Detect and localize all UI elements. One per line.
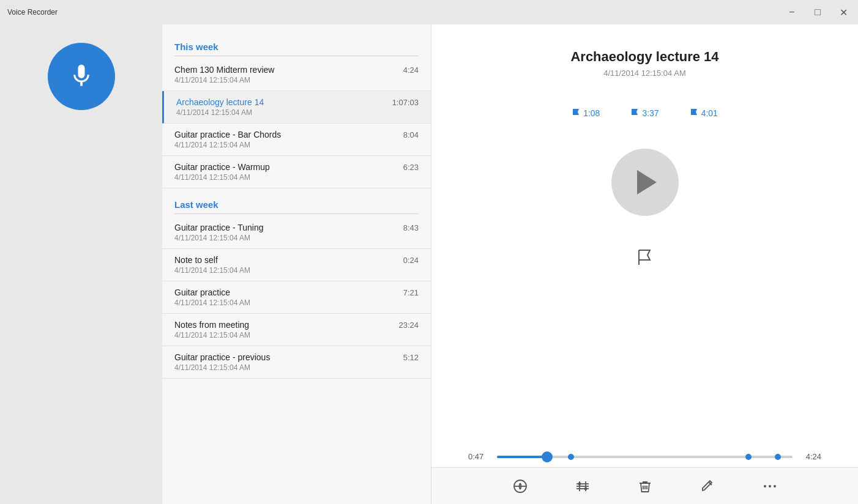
recording-date: 4/11/2014 12:15:04 AM <box>174 363 419 372</box>
recording-title: Guitar practice - Warmup <box>174 162 270 172</box>
flag-icon <box>572 108 580 118</box>
delete-icon <box>637 478 653 494</box>
recording-duration: 8:43 <box>403 223 419 232</box>
recording-title: Guitar practice - Tuning <box>174 223 264 232</box>
section-heading-1: Last week <box>162 188 431 213</box>
recording-item[interactable]: Notes from meeting23:244/11/2014 12:15:0… <box>162 314 431 346</box>
player-title: Archaeology lecture 14 <box>570 49 718 65</box>
marker-item-2[interactable]: 4:01 <box>690 108 718 118</box>
recording-item[interactable]: Chem 130 Midterm review4:244/11/2014 12:… <box>162 59 431 91</box>
progress-fill <box>497 456 547 458</box>
recordings-panel: This weekChem 130 Midterm review4:244/11… <box>162 24 431 504</box>
add-marker-button[interactable] <box>634 246 656 269</box>
recording-date: 4/11/2014 12:15:04 AM <box>174 76 419 84</box>
recording-duration: 5:12 <box>403 353 419 362</box>
recording-duration: 8:04 <box>403 130 419 139</box>
recording-item[interactable]: Archaeology lecture 141:07:034/11/2014 1… <box>162 91 431 124</box>
recording-item[interactable]: Guitar practice - Tuning8:434/11/2014 12… <box>162 217 431 249</box>
recording-date: 4/11/2014 12:15:04 AM <box>174 331 419 339</box>
flag-icon <box>690 108 698 118</box>
flag-icon <box>630 108 639 118</box>
marker-time: 4:01 <box>701 108 718 118</box>
trim-button[interactable] <box>570 473 595 499</box>
section-divider-0 <box>174 56 419 56</box>
recording-duration: 4:24 <box>403 65 419 75</box>
app-title: Voice Recorder <box>7 8 58 17</box>
recording-title: Guitar practice <box>174 287 230 297</box>
progress-marker-dot <box>775 454 781 460</box>
recordings-list: This weekChem 130 Midterm review4:244/11… <box>162 24 431 504</box>
recording-item[interactable]: Guitar practice - previous5:124/11/2014 … <box>162 346 431 379</box>
title-bar: Voice Recorder − □ ✕ <box>0 0 858 24</box>
progress-marker-dot <box>568 454 574 460</box>
recording-item[interactable]: Guitar practice - Bar Chords8:044/11/201… <box>162 124 431 156</box>
progress-thumb[interactable] <box>542 451 553 462</box>
recording-date: 4/11/2014 12:15:04 AM <box>174 234 419 242</box>
recording-date: 4/11/2014 12:15:04 AM <box>174 141 419 149</box>
recording-title: Chem 130 Midterm review <box>174 65 274 75</box>
close-button[interactable]: ✕ <box>836 5 851 20</box>
markers-row: 1:083:374:01 <box>572 108 718 118</box>
share-icon <box>512 478 528 494</box>
recording-duration: 23:24 <box>398 321 419 330</box>
player-toolbar <box>431 467 858 504</box>
recording-title: Notes from meeting <box>174 320 249 330</box>
svg-point-15 <box>769 485 771 487</box>
current-time: 0:47 <box>468 452 490 461</box>
share-button[interactable] <box>507 473 533 499</box>
edit-icon <box>699 478 715 494</box>
add-marker-icon <box>634 246 656 269</box>
section-heading-0: This week <box>162 31 431 56</box>
recording-duration: 1:07:03 <box>392 98 419 107</box>
recording-date: 4/11/2014 12:15:04 AM <box>174 266 419 275</box>
recording-duration: 6:23 <box>403 163 419 172</box>
recording-date: 4/11/2014 12:15:04 AM <box>174 173 419 182</box>
recording-item[interactable]: Guitar practice7:214/11/2014 12:15:04 AM <box>162 281 431 314</box>
app-body: This weekChem 130 Midterm review4:244/11… <box>0 24 858 504</box>
edit-button[interactable] <box>695 473 720 499</box>
more-button[interactable] <box>757 473 783 499</box>
more-icon <box>762 478 778 494</box>
recording-title: Note to self <box>174 255 218 265</box>
recording-duration: 7:21 <box>403 288 419 297</box>
progress-area: 0:47 4:24 <box>431 452 858 461</box>
recording-item[interactable]: Note to self0:244/11/2014 12:15:04 AM <box>162 249 431 281</box>
maximize-button[interactable]: □ <box>810 5 825 20</box>
trim-icon <box>575 478 591 494</box>
recording-date: 4/11/2014 12:15:04 AM <box>174 298 419 307</box>
delete-button[interactable] <box>632 473 658 499</box>
section-divider-1 <box>174 213 419 214</box>
play-icon <box>637 170 657 195</box>
recording-title: Archaeology lecture 14 <box>176 97 264 107</box>
svg-rect-8 <box>584 487 587 490</box>
player-content: Archaeology lecture 14 4/11/2014 12:15:0… <box>431 24 858 452</box>
minimize-button[interactable]: − <box>785 5 799 20</box>
marker-item-0[interactable]: 1:08 <box>572 108 600 118</box>
marker-item-1[interactable]: 3:37 <box>630 108 658 118</box>
play-button[interactable] <box>611 149 679 216</box>
player-date: 4/11/2014 12:15:04 AM <box>603 69 685 78</box>
progress-track[interactable] <box>497 456 793 458</box>
marker-time: 1:08 <box>583 108 600 118</box>
svg-point-16 <box>774 485 776 487</box>
svg-point-14 <box>764 485 766 487</box>
progress-marker-dot <box>745 454 752 460</box>
recording-duration: 0:24 <box>403 256 419 265</box>
recording-date: 4/11/2014 12:15:04 AM <box>176 108 419 117</box>
player-panel: Archaeology lecture 14 4/11/2014 12:15:0… <box>431 24 858 504</box>
microphone-icon <box>68 62 95 91</box>
recording-title: Guitar practice - previous <box>174 352 270 362</box>
record-button[interactable] <box>48 43 115 110</box>
recording-item[interactable]: Guitar practice - Warmup6:234/11/2014 12… <box>162 156 431 188</box>
window-controls: − □ ✕ <box>785 5 851 20</box>
sidebar <box>0 24 162 504</box>
marker-time: 3:37 <box>642 108 658 118</box>
recording-title: Guitar practice - Bar Chords <box>174 130 281 139</box>
total-time: 4:24 <box>800 452 821 461</box>
svg-rect-7 <box>578 483 581 485</box>
